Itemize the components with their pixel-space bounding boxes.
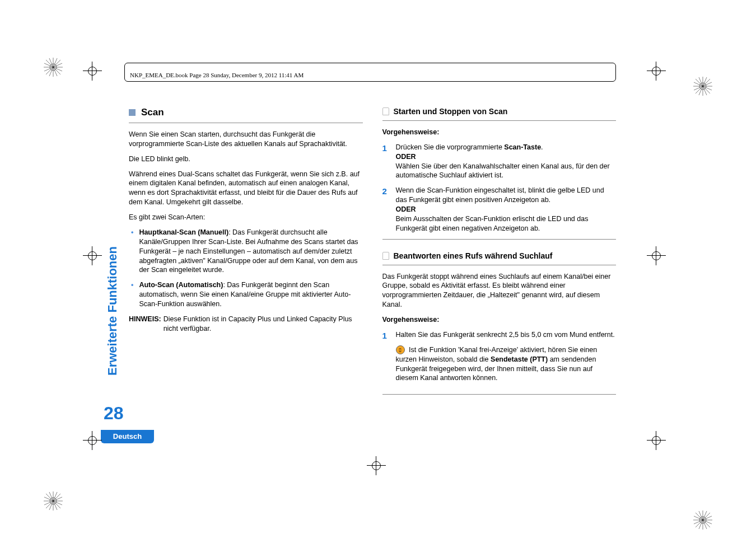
section-title-row: Scan bbox=[129, 106, 363, 119]
procedure-label: Vorgehensweise: bbox=[382, 128, 617, 137]
divider bbox=[382, 265, 617, 265]
page-number: 28 bbox=[104, 403, 124, 424]
hinweis-body: Diese Funktion ist in Capacity Plus und … bbox=[164, 315, 363, 334]
starburst-icon bbox=[44, 491, 63, 510]
subsection-title: Beantworten eines Rufs während Suchlauf bbox=[394, 251, 553, 261]
list-item: • Hauptkanal-Scan (Manuell): Das Funkger… bbox=[129, 228, 363, 275]
step: 1 Drücken Sie die vorprogrammierte Scan-… bbox=[382, 143, 617, 181]
paragraph: Die LED blinkt gelb. bbox=[129, 154, 363, 164]
step-body: Halten Sie das Funkgerät senkrecht 2,5 b… bbox=[396, 330, 617, 388]
step-text: Wählen Sie über den Kanalwahlschalter ei… bbox=[396, 162, 610, 180]
oder-label: ODER bbox=[396, 153, 416, 161]
radio-icon: ▯ bbox=[396, 345, 405, 354]
bullet-body: Hauptkanal-Scan (Manuell): Das Funkgerät… bbox=[139, 228, 362, 275]
step-body: Drücken Sie die vorprogrammierte Scan-Ta… bbox=[396, 143, 617, 181]
register-mark-icon bbox=[83, 62, 102, 81]
step-text: Beim Ausschalten der Scan-Funktion erlis… bbox=[396, 215, 589, 232]
page-icon bbox=[382, 252, 389, 260]
divider bbox=[382, 394, 617, 395]
header-info: NKP_EMEA_DE.book Page 28 Sunday, Decembe… bbox=[130, 72, 304, 78]
side-label: Erweiterte Funktionen bbox=[105, 117, 120, 246]
step: 1 Halten Sie das Funkgerät senkrecht 2,5… bbox=[382, 330, 617, 388]
left-column: Scan Wenn Sie einen Scan starten, durchs… bbox=[129, 106, 363, 406]
starburst-icon bbox=[693, 510, 712, 530]
paragraph: Wenn Sie einen Scan starten, durchsucht … bbox=[129, 130, 363, 149]
page-icon bbox=[382, 107, 389, 115]
oder-label: ODER bbox=[396, 205, 416, 213]
divider bbox=[382, 120, 617, 121]
hinweis: HINWEIS: Diese Funktion ist in Capacity … bbox=[129, 315, 363, 334]
step: 2 Wenn die Scan-Funktion eingeschaltet i… bbox=[382, 186, 617, 233]
register-mark-icon bbox=[647, 431, 666, 450]
bullet-label: Hauptkanal-Scan (Manuell) bbox=[139, 228, 228, 236]
paragraph: Während eines Dual-Scans schaltet das Fu… bbox=[129, 170, 363, 208]
step-number: 1 bbox=[382, 330, 389, 388]
subsection: Beantworten eines Rufs während Suchlauf … bbox=[382, 251, 617, 395]
subsection-header: Starten und Stoppen von Scan bbox=[382, 106, 617, 117]
paragraph: Es gibt zwei Scan-Arten: bbox=[129, 213, 363, 222]
language-tab: Deutsch bbox=[101, 430, 154, 443]
bullet-icon: • bbox=[131, 280, 133, 309]
step-number: 2 bbox=[382, 186, 389, 233]
register-mark-icon bbox=[647, 246, 666, 265]
scan-taste-label: Scan-Taste bbox=[504, 143, 541, 151]
step-number: 1 bbox=[382, 143, 389, 181]
bullet-icon: • bbox=[131, 228, 133, 275]
starburst-icon bbox=[693, 77, 712, 96]
register-mark-icon bbox=[83, 246, 102, 265]
register-mark-icon bbox=[367, 456, 386, 475]
section-title: Scan bbox=[141, 106, 164, 119]
bullet-label: Auto-Scan (Automatisch) bbox=[139, 281, 223, 289]
divider bbox=[129, 123, 363, 123]
step-body: Wenn die Scan-Funktion eingeschaltet ist… bbox=[396, 186, 617, 233]
step-text: . bbox=[541, 143, 543, 151]
subsection-title: Starten und Stoppen von Scan bbox=[394, 106, 508, 117]
procedure-label: Vorgehensweise: bbox=[382, 315, 617, 325]
step-text: Drücken Sie die vorprogrammierte bbox=[396, 143, 505, 151]
divider bbox=[382, 239, 617, 240]
starburst-icon bbox=[44, 58, 63, 77]
ptt-label: Sendetaste (PTT) bbox=[491, 355, 548, 363]
bullet-body: Auto-Scan (Automatisch): Das Funkgerät b… bbox=[139, 280, 362, 309]
list-item: • Auto-Scan (Automatisch): Das Funkgerät… bbox=[129, 280, 363, 309]
subsection-header: Beantworten eines Rufs während Suchlauf bbox=[382, 251, 617, 261]
hinweis-label: HINWEIS: bbox=[129, 315, 161, 334]
note-text: ▯ Ist die Funktion 'Kanal frei-Anzeige' … bbox=[396, 345, 617, 383]
paragraph: Das Funkgerät stoppt während eines Suchl… bbox=[382, 272, 617, 310]
step-text: Halten Sie das Funkgerät senkrecht 2,5 b… bbox=[396, 330, 617, 340]
register-mark-icon bbox=[83, 431, 102, 450]
step-text: Wenn die Scan-Funktion eingeschaltet ist… bbox=[396, 186, 604, 204]
register-mark-icon bbox=[647, 62, 666, 81]
content-area: Scan Wenn Sie einen Scan starten, durchs… bbox=[129, 106, 616, 406]
subsection: Starten und Stoppen von Scan Vorgehenswe… bbox=[382, 106, 617, 240]
section-marker-icon bbox=[129, 109, 136, 116]
right-column: Starten und Stoppen von Scan Vorgehenswe… bbox=[382, 106, 617, 406]
